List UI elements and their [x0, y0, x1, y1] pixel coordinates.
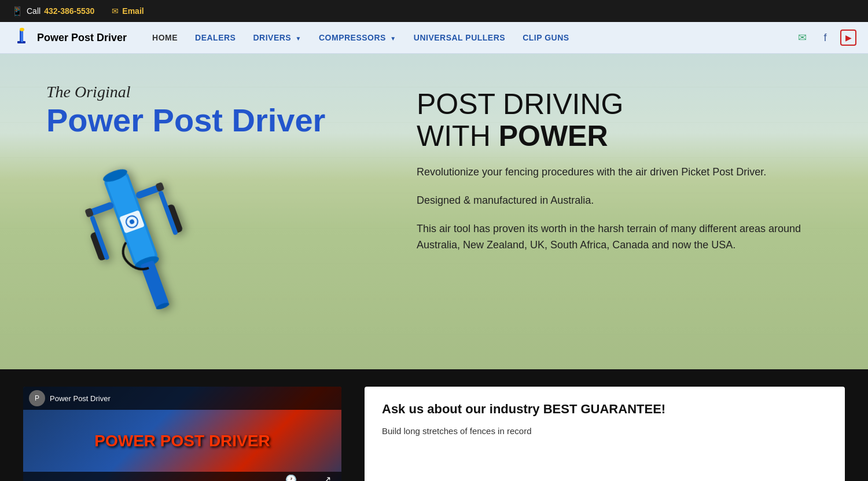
guarantee-desc: Build long stretches of fences in record [382, 425, 827, 438]
hero-desc3: This air tool has proven its worth in th… [417, 221, 822, 254]
nav-clip-guns[interactable]: CLIP GUNS [514, 28, 577, 47]
nav-social: ✉ f ▶ [794, 30, 856, 46]
video-center-title: Power Post Driver [94, 432, 270, 450]
hero-desc1: Revolutionize your fencing procedures wi… [417, 164, 822, 181]
headline-part2: WITH [417, 120, 499, 152]
hero-left: The Original Power Post Driver [46, 83, 382, 333]
video-channel-name: Power Post Driver [50, 394, 111, 403]
hero-content: The Original Power Post Driver [0, 54, 868, 369]
drivers-dropdown-arrow: ▼ [296, 35, 301, 42]
top-bar: 📱 Call 432-386-5530 ✉ Email [0, 0, 868, 22]
post-driver-illustration [53, 134, 225, 347]
brand-logo[interactable]: Power Post Driver [12, 27, 127, 48]
watch-later-icon: 🕐 [285, 474, 297, 481]
social-facebook-icon[interactable]: f [817, 30, 833, 46]
call-label: Call [27, 6, 41, 16]
nav-home[interactable]: HOME [144, 28, 186, 47]
nav-compressors[interactable]: COMPRESSORS ▼ [311, 28, 404, 47]
email-contact: ✉ Email [112, 6, 144, 16]
video-title-bar: P Power Post Driver [23, 387, 341, 410]
svg-rect-19 [140, 260, 169, 308]
nav-dealers[interactable]: DEALERS [187, 28, 244, 47]
nav-links: HOME DEALERS DRIVERS ▼ COMPRESSORS ▼ UNI… [144, 28, 794, 47]
nav-drivers[interactable]: DRIVERS ▼ [245, 28, 310, 47]
brand-icon [12, 27, 32, 48]
email-icon: ✉ [112, 6, 119, 16]
bottom-section: P Power Post Driver Power Post Driver 🕐 … [0, 369, 868, 481]
watch-later-button[interactable]: 🕐 Watch later [275, 474, 307, 481]
hero-original-label: The Original [46, 83, 382, 101]
navbar: Power Post Driver HOME DEALERS DRIVERS ▼… [0, 22, 868, 54]
video-channel-avatar: P [29, 390, 45, 406]
video-thumbnail: P Power Post Driver Power Post Driver 🕐 … [23, 387, 341, 481]
email-link[interactable]: Email [122, 6, 144, 16]
brand-name: Power Post Driver [37, 32, 127, 44]
hero-product-title: Power Post Driver [46, 104, 382, 137]
phone-contact: 📱 Call 432-386-5530 [12, 6, 94, 17]
video-bottom-bar: 🕐 Watch later ↗ Share [23, 472, 341, 481]
headline-power: POWER [499, 120, 608, 152]
guarantee-title: Ask us about our industry BEST GUARANTEE… [382, 401, 827, 418]
hero-headline: POST DRIVING WITH POWER [417, 89, 822, 152]
compressors-dropdown-arrow: ▼ [390, 35, 396, 42]
guarantee-box: Ask us about our industry BEST GUARANTEE… [365, 387, 845, 481]
social-youtube-icon[interactable]: ▶ [840, 30, 856, 46]
hero-right: POST DRIVING WITH POWER Revolutionize yo… [382, 83, 822, 265]
hero-desc2: Designed & manufactured in Australia. [417, 192, 822, 209]
share-button[interactable]: ↗ Share [319, 474, 336, 481]
svg-point-2 [20, 28, 24, 31]
phone-icon: 📱 [12, 6, 23, 17]
nav-universal-pullers[interactable]: UNIVERSAL PULLERS [406, 28, 513, 47]
headline-part1: POST DRIVING [417, 88, 623, 120]
share-icon: ↗ [323, 474, 331, 481]
hero-section: The Original Power Post Driver [0, 54, 868, 369]
social-email-icon[interactable]: ✉ [794, 30, 810, 46]
video-container[interactable]: P Power Post Driver Power Post Driver 🕐 … [23, 387, 341, 481]
phone-number[interactable]: 432-386-5530 [44, 6, 94, 16]
